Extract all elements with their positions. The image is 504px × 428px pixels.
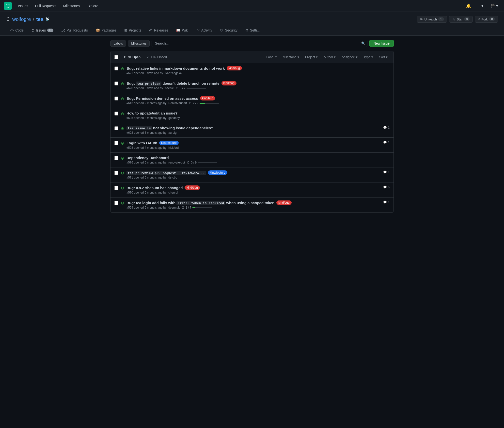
issue-author-link[interactable]: ds-cbo — [168, 176, 177, 179]
issue-title-link[interactable]: tea issue ls not showing issue dependenc… — [126, 126, 213, 130]
issue-checkbox[interactable] — [114, 171, 118, 175]
issue-content: tea issue ls not showing issue dependenc… — [126, 126, 381, 134]
table-row: ⊙ tea pr review $PR request --reviewer=.… — [110, 167, 394, 182]
tab-projects[interactable]: ⊞ Projects — [120, 26, 145, 35]
tab-releases[interactable]: 🏷 Releases — [145, 26, 172, 35]
labels-button[interactable]: Labels — [110, 40, 126, 47]
issue-open-icon: ⊙ — [121, 186, 124, 190]
issue-author-link[interactable]: aurelg — [168, 131, 176, 134]
issue-title-link[interactable]: Bug: tea login add fails with Error: tok… — [126, 201, 274, 205]
sort-filter-dropdown[interactable]: Sort ▾ — [377, 54, 390, 60]
issue-right: 💬 1 — [383, 170, 390, 174]
tab-issues-label: Issues — [36, 28, 46, 32]
issue-title-link[interactable]: Bug: tea pr clean doesn't delete branch … — [126, 81, 220, 85]
issue-title-row: Login with OAuth kind/feature — [126, 141, 381, 145]
tab-issues[interactable]: ⊙ Issues 91 — [28, 26, 57, 35]
issue-title-row: Bug: 0.9.2 shasum has changed kind/bug — [126, 185, 381, 190]
label-filter-dropdown[interactable]: Label ▾ — [264, 54, 279, 60]
chevron-down-icon-3: ▾ — [316, 55, 318, 59]
select-all-checkbox[interactable] — [114, 55, 118, 59]
tab-code[interactable]: <> Code — [6, 26, 28, 35]
progress-fill — [200, 103, 205, 104]
issue-checkbox[interactable] — [114, 141, 118, 145]
new-issue-button[interactable]: New Issue — [369, 40, 394, 47]
repo-name-link[interactable]: tea — [36, 16, 43, 22]
issue-title-link[interactable]: Bug: Permission denied on asset access — [126, 96, 198, 100]
closed-issues-tab[interactable]: ✓ 176 Closed — [144, 54, 169, 60]
issue-title-row: Bug: Permission denied on asset access k… — [126, 96, 387, 100]
open-issues-tab[interactable]: ⊙ 91 Open — [121, 54, 143, 60]
issue-content: Login with OAuth kind/feature #598 opene… — [126, 141, 381, 149]
milestones-button[interactable]: Milestones — [128, 40, 150, 47]
fork-button[interactable]: ⑂ Fork 0 — [475, 16, 498, 23]
issue-checkbox[interactable] — [114, 97, 118, 100]
label-filter-label: Label — [266, 55, 274, 59]
issue-title-link[interactable]: Bug: relative links in markdown document… — [126, 66, 225, 70]
task-progress: 🗒 2 / 7 — [189, 101, 219, 105]
issue-checkbox[interactable] — [114, 66, 118, 70]
tab-wiki[interactable]: 📖 Wiki — [172, 26, 192, 35]
issue-title-link[interactable]: Bug: 0.9.2 shasum has changed — [126, 186, 183, 190]
issue-author-link[interactable]: dcermak — [168, 206, 180, 209]
nav-issues[interactable]: Issues — [16, 2, 31, 9]
tab-settings[interactable]: ⚙ Setti... — [241, 26, 264, 35]
packages-icon: 📦 — [96, 28, 100, 32]
activity-icon: 〜 — [196, 28, 200, 33]
issue-checkbox[interactable] — [114, 82, 118, 85]
open-count-label: 91 Open — [128, 55, 141, 59]
issue-author-link[interactable]: beeble — [165, 86, 174, 90]
issue-checkbox[interactable] — [114, 112, 118, 115]
create-button[interactable]: + ▾ — [476, 2, 485, 9]
tab-packages[interactable]: 📦 Packages — [92, 26, 120, 35]
top-nav-right: 🔔 + ▾ 🏴 ▾ — [464, 2, 500, 9]
issue-author-link[interactable]: hickford — [168, 146, 179, 149]
issue-title-row: Bug: relative links in markdown document… — [126, 66, 387, 70]
issue-author-link[interactable]: ivan2angelov — [165, 71, 182, 75]
task-progress: 🗒 1 / 7 — [182, 206, 212, 209]
nav-milestones[interactable]: Milestones — [61, 2, 82, 9]
issue-title-link[interactable]: Dependency Dashboard — [126, 156, 169, 160]
table-row: ⊙ Login with OAuth kind/feature #598 ope… — [110, 138, 394, 153]
project-filter-dropdown[interactable]: Project ▾ — [303, 54, 320, 60]
type-filter-dropdown[interactable]: Type ▾ — [362, 54, 375, 60]
milestone-filter-dropdown[interactable]: Milestone ▾ — [281, 54, 301, 60]
repo-owner-link[interactable]: wolfogre — [12, 16, 31, 22]
issue-title-link[interactable]: tea pr review $PR request --reviewer=... — [126, 171, 206, 175]
tab-pull-requests[interactable]: ⎇ Pull Requests — [57, 26, 92, 35]
issue-meta: #620 opened 3 days ago by beeble 🗒 0 / 7 — [126, 86, 387, 90]
nav-explore[interactable]: Explore — [84, 2, 101, 9]
unwatch-button[interactable]: 👁 Unwatch 1 — [417, 16, 447, 23]
notifications-button[interactable]: 🔔 — [464, 2, 473, 9]
issue-checkbox[interactable] — [114, 156, 118, 160]
issue-title-link[interactable]: How to update/edit an issue? — [126, 111, 178, 115]
issue-author-link[interactable]: RobinMaubert — [168, 101, 187, 105]
star-count: 0 — [464, 17, 470, 21]
issue-title-row: Dependency Dashboard — [126, 156, 387, 160]
tab-pr-label: Pull Requests — [67, 28, 88, 32]
search-icon-button[interactable]: 🔍 — [361, 41, 365, 45]
chevron-down-icon-6: ▾ — [371, 55, 373, 59]
issue-checkbox[interactable] — [114, 186, 118, 190]
chevron-down-icon-4: ▾ — [334, 55, 336, 59]
comment-number: 1 — [388, 200, 390, 204]
assignee-filter-dropdown[interactable]: Assignee ▾ — [340, 54, 359, 60]
author-filter-dropdown[interactable]: Author ▾ — [322, 54, 338, 60]
tab-settings-label: Setti... — [250, 28, 260, 32]
comment-count: 💬 1 — [383, 141, 390, 144]
site-logo[interactable] — [4, 2, 12, 10]
issue-checkbox[interactable] — [114, 126, 118, 130]
search-input[interactable] — [152, 40, 367, 47]
issue-author-link[interactable]: chenrui — [168, 191, 178, 194]
tab-security[interactable]: 🛡 Security — [216, 26, 241, 35]
issue-checkbox[interactable] — [114, 201, 118, 205]
tab-activity[interactable]: 〜 Activity — [192, 26, 216, 35]
nav-pull-requests[interactable]: Pull Requests — [32, 2, 59, 9]
issue-author-link[interactable]: renovate-bot — [168, 161, 185, 164]
task-icon: 🗒 — [182, 206, 185, 209]
task-icon: 🗒 — [176, 86, 179, 90]
user-menu-button[interactable]: 🏴 ▾ — [488, 2, 500, 9]
projects-icon: ⊞ — [124, 28, 127, 32]
issue-author-link[interactable]: goodboy — [168, 116, 180, 120]
star-button[interactable]: ☆ Star 0 — [449, 16, 473, 23]
issue-title-link[interactable]: Login with OAuth — [126, 141, 157, 145]
